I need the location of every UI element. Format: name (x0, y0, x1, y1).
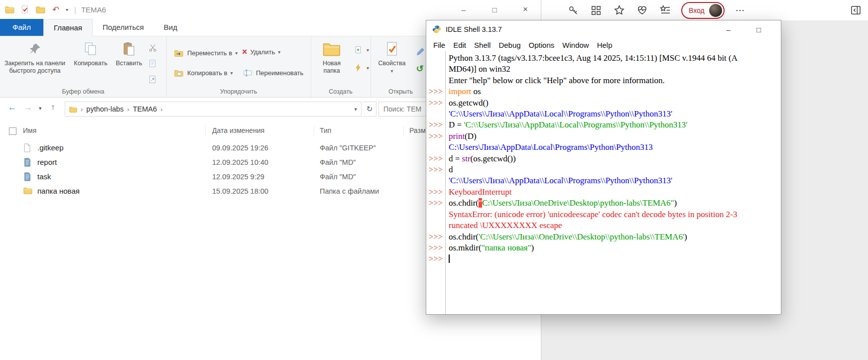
menu-window[interactable]: Window (558, 41, 593, 49)
shell-prompt (426, 209, 444, 220)
sidebar-toggle-icon[interactable] (849, 4, 862, 17)
qat-properties-icon[interactable] (19, 4, 30, 14)
select-all-checkbox[interactable] (9, 127, 16, 135)
idle-shell-window: IDLE Shell 3.13.7 – □ FileEditShellDebug… (426, 20, 781, 315)
shell-text: (os.getcwd()) (471, 154, 516, 163)
cut-icon[interactable] (147, 42, 158, 53)
tab-share[interactable]: Поделиться (93, 19, 154, 36)
menu-debug[interactable]: Debug (495, 41, 524, 49)
shell-prompt: >>> (426, 187, 444, 198)
menu-edit[interactable]: Edit (449, 41, 470, 49)
file-name: task (37, 172, 51, 181)
column-header-type[interactable]: Тип (320, 126, 331, 134)
browser-settings-menu-icon[interactable]: ⋯ (736, 4, 745, 16)
qat-new-folder-icon[interactable] (35, 4, 46, 14)
copy-button[interactable]: Копировать (70, 40, 112, 67)
copy-to-button[interactable]: Копировать в ▾ (173, 67, 233, 78)
shell-text: d (449, 165, 453, 174)
tab-home[interactable]: Главная (43, 19, 93, 36)
paste-button[interactable]: Вставить (114, 40, 144, 67)
paste-shortcut-icon[interactable] (147, 74, 158, 85)
file-type: Файл "MD" (320, 158, 356, 166)
shell-line: >>>os.getcwd() (426, 98, 781, 109)
properties-label: Свойства (378, 60, 406, 67)
qat-undo-icon[interactable]: ↶ (50, 4, 61, 14)
explorer-close-button[interactable]: × (510, 0, 541, 19)
tab-view[interactable]: Вид (154, 19, 187, 36)
apps-grid-icon[interactable] (590, 4, 603, 17)
move-to-button[interactable]: Переместить в ▾ (173, 47, 238, 58)
column-header-date[interactable]: Дата изменения (212, 126, 264, 134)
refresh-icon[interactable]: ↻ (363, 102, 376, 117)
shell-text: 'C:\\Users\\Лиза\\AppData\\Local\\Progra… (449, 109, 672, 119)
idle-maximize-button[interactable]: □ (756, 25, 761, 34)
shell-prompt: >>> (426, 120, 444, 130)
column-header-name[interactable]: Имя (23, 126, 36, 134)
address-dropdown-caret-icon[interactable]: ▾ (354, 106, 357, 113)
shell-prompt: >>> (426, 232, 444, 242)
shell-prompt: >>> (426, 98, 444, 109)
idle-shell-content[interactable]: Python 3.13.7 (tags/v3.13.7:bcee1c3, Aug… (426, 51, 781, 314)
tab-file[interactable]: Файл (0, 19, 43, 36)
shell-line: SyntaxError: (unicode error) 'unicodeesc… (426, 209, 781, 220)
breadcrumb-segment[interactable]: TEMA6 (133, 105, 157, 113)
explorer-app-folder-icon (4, 4, 15, 14)
favorites-list-icon[interactable] (658, 4, 671, 17)
shell-line: 'C:\\Users\\Лиза\\AppData\\Local\\Progra… (426, 109, 781, 120)
recent-locations-caret-icon[interactable]: ▾ (39, 105, 42, 112)
breadcrumb-segment[interactable]: python-labs (86, 105, 124, 113)
md-icon (23, 172, 32, 181)
idle-titlebar[interactable]: IDLE Shell 3.13.7 – □ (426, 20, 781, 38)
copy-path-icon[interactable] (147, 58, 158, 69)
shell-line: >>>os.mkdir("папка новая") (426, 242, 781, 253)
menu-options[interactable]: Options (525, 41, 559, 49)
password-key-icon[interactable] (567, 4, 580, 17)
new-folder-label-2: папка (323, 67, 340, 75)
explorer-minimize-button[interactable]: – (448, 0, 479, 19)
edit-icon[interactable] (414, 46, 425, 57)
rename-button[interactable]: Переименовать (242, 67, 303, 78)
new-item-button[interactable]: ▾ (353, 44, 369, 55)
new-item-caret-icon: ▾ (367, 47, 369, 53)
address-bar[interactable]: › python-labs › TEMA6 › ▾ (65, 102, 362, 117)
group-label-clipboard: Буфер обмена (0, 88, 166, 95)
forward-icon[interactable]: → (24, 103, 32, 113)
explorer-maximize-button[interactable]: □ (479, 0, 510, 19)
signin-button[interactable]: Вход (681, 2, 725, 19)
shell-line: >>>d (426, 164, 781, 175)
new-folder-button[interactable]: Новая папка (314, 40, 350, 75)
column-header-size[interactable]: Разм (409, 126, 426, 134)
paste-icon (123, 40, 135, 58)
delete-button[interactable]: × Удалить ▾ (242, 47, 280, 56)
shell-text: ) (531, 243, 534, 252)
easy-access-button[interactable]: ▾ (353, 62, 369, 73)
menu-help[interactable]: Help (593, 41, 617, 49)
history-icon[interactable]: ↺ (414, 63, 425, 74)
shell-prompt (426, 109, 444, 120)
favorites-star-icon[interactable] (613, 4, 625, 17)
shell-text: d = (449, 154, 462, 163)
shell-line: >>>print(D) (426, 131, 781, 142)
new-item-icon (353, 44, 364, 55)
pin-to-quick-access-button[interactable]: Закрепить на панели быстрого доступа (2, 40, 68, 75)
up-icon[interactable]: ↑ (51, 103, 55, 113)
ribbon-group-new: Новая папка ▾ ▾ Создать (311, 36, 371, 97)
idle-minimize-button[interactable]: – (727, 25, 731, 34)
back-icon[interactable]: ← (8, 103, 16, 113)
file-type: Файл "MD" (320, 173, 356, 181)
rename-label: Переименовать (256, 69, 303, 77)
shell-text: import (449, 87, 471, 96)
move-to-label: Переместить в (187, 49, 232, 57)
menu-file[interactable]: File (429, 41, 449, 49)
shell-text: "папка новая" (482, 243, 531, 252)
md-icon (23, 158, 32, 167)
qat-customize-caret-icon[interactable]: ▾ (66, 7, 68, 12)
shell-line: >>> (426, 253, 781, 264)
paste-label: Вставить (116, 60, 142, 67)
browser-essentials-icon[interactable] (635, 4, 648, 17)
rename-icon (242, 67, 253, 78)
shell-line: C:\Users\Лиза\AppData\Local\Programs\Pyt… (426, 142, 781, 153)
menu-shell[interactable]: Shell (470, 41, 495, 49)
shell-line: Python 3.13.7 (tags/v3.13.7:bcee1c3, Aug… (426, 53, 781, 64)
properties-button[interactable]: Свойства ▾ (375, 40, 408, 75)
